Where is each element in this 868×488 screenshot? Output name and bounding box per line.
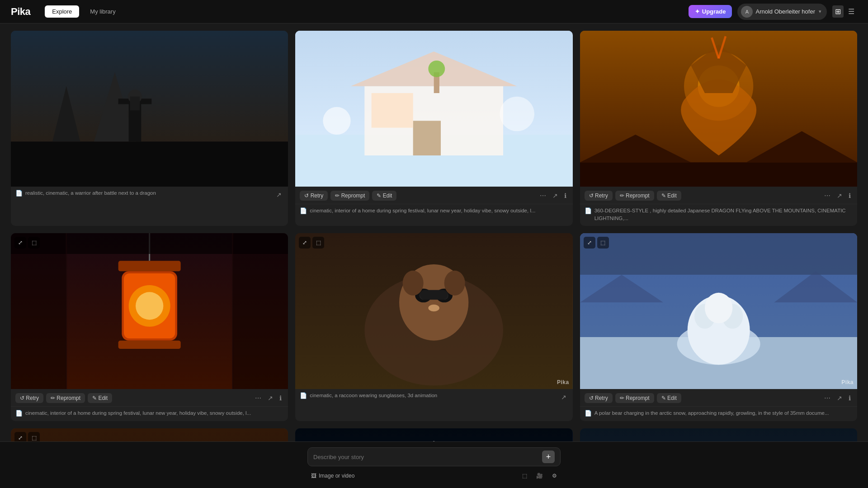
svg-point-48 (403, 271, 424, 296)
media-card-5: ⤢ ⬚ Pika 📄 cinematic, a raccoon wearing … (295, 233, 572, 421)
media-card-9 (580, 428, 857, 443)
svg-rect-12 (413, 121, 441, 155)
card-actions-2: ↺ Retry✏ Reprompt✎ Edit⋯↗ℹ (295, 187, 572, 204)
info-button-3[interactable]: ℹ (847, 190, 853, 201)
reprompt-button-2[interactable]: ✏ Reprompt (330, 191, 369, 201)
card-media-5[interactable]: ⤢ ⬚ Pika (295, 233, 572, 389)
card-media-1[interactable] (11, 31, 288, 187)
more-button-3[interactable]: ⋯ (822, 190, 832, 201)
retry-button-3[interactable]: ↺ Retry (585, 191, 613, 201)
card-media-8[interactable] (295, 428, 572, 443)
upgrade-star-icon: ✦ (695, 8, 700, 15)
edit-button-4[interactable]: ✎ Edit (88, 393, 112, 403)
svg-point-17 (429, 61, 445, 77)
retry-button-2[interactable]: ↺ Retry (300, 191, 328, 201)
svg-point-14 (323, 107, 351, 135)
card-desc-1: 📄 realistic, cinematic, a warrior after … (11, 187, 288, 204)
desc-text-5: cinematic, a raccoon wearing sunglasses,… (310, 392, 437, 399)
card-media-4[interactable]: ⤢ ⬚ (11, 233, 288, 389)
doc-icon-2: 📄 (300, 207, 307, 214)
svg-rect-36 (233, 233, 288, 389)
share-btn-desc-5[interactable]: ↗ (559, 392, 568, 403)
media-overlay-4: ⤢ ⬚ (14, 237, 40, 249)
square-button-6[interactable]: ⬚ (597, 237, 609, 249)
media-overlay-5: ⤢ ⬚ (299, 237, 324, 249)
reprompt-button-6[interactable]: ✏ Reprompt (615, 393, 654, 403)
more-button-4[interactable]: ⋯ (253, 393, 263, 404)
nav-explore[interactable]: Explore (45, 5, 79, 18)
expand-button-4[interactable]: ⤢ (14, 237, 26, 249)
card-media-2[interactable] (295, 31, 572, 187)
svg-rect-34 (118, 341, 181, 349)
more-button-2[interactable]: ⋯ (538, 190, 548, 201)
card-desc-5: 📄 cinematic, a raccoon wearing sunglasse… (295, 389, 572, 406)
expand-button-5[interactable]: ⤢ (299, 237, 311, 249)
doc-icon-4: 📄 (15, 410, 23, 417)
view-toggle: ⊞ ☰ (832, 5, 857, 18)
reprompt-button-4[interactable]: ✏ Reprompt (46, 393, 85, 403)
prompt-add-button[interactable]: + (542, 450, 555, 463)
svg-rect-7 (130, 97, 140, 111)
card-media-3[interactable] (580, 31, 857, 187)
edit-button-6[interactable]: ✎ Edit (657, 393, 681, 403)
nav-buttons: Explore My library (45, 5, 123, 18)
main-content: 📄 realistic, cinematic, a warrior after … (0, 23, 868, 443)
aspect-ratio-button[interactable]: ⬚ (519, 471, 531, 481)
doc-icon-3: 📄 (585, 207, 592, 214)
retry-button-6[interactable]: ↺ Retry (585, 393, 613, 403)
edit-button-2[interactable]: ✎ Edit (372, 191, 396, 201)
list-view-button[interactable]: ☰ (845, 5, 857, 18)
card-desc-6: 📄 A polar bear charging in the arctic sn… (580, 407, 857, 421)
camera-button[interactable]: 🎥 (533, 471, 547, 481)
svg-point-15 (500, 97, 535, 131)
retry-button-4[interactable]: ↺ Retry (15, 393, 43, 403)
nav-my-library[interactable]: My library (83, 5, 123, 18)
card-actions-6: ↺ Retry✏ Reprompt✎ Edit⋯↗ℹ (580, 389, 857, 407)
image-video-button[interactable]: 🖼 Image or video (307, 471, 358, 481)
expand-button-6[interactable]: ⤢ (584, 237, 595, 249)
upgrade-button[interactable]: ✦ Upgrade (689, 5, 732, 18)
watermark-5: Pika (557, 379, 569, 385)
prompt-input[interactable] (313, 454, 542, 460)
card-media-7[interactable]: ⤢ ⬚ (11, 428, 288, 443)
share-button-4[interactable]: ↗ (266, 393, 275, 404)
more-button-6[interactable]: ⋯ (822, 393, 832, 404)
info-button-6[interactable]: ℹ (847, 393, 853, 404)
edit-button-3[interactable]: ✎ Edit (657, 191, 681, 201)
svg-rect-29 (118, 261, 181, 272)
svg-point-50 (429, 305, 440, 311)
media-grid: 📄 realistic, cinematic, a warrior after … (11, 31, 857, 443)
share-btn-desc-1[interactable]: ↗ (274, 189, 283, 200)
toolbar-right: ⬚ 🎥 ⚙ (519, 471, 561, 481)
desc-text-6: A polar bear charging in the arctic snow… (594, 409, 829, 417)
media-card-6: ⤢ ⬚ Pika↺ Retry✏ Reprompt✎ Edit⋯↗ℹ 📄 A p… (580, 233, 857, 421)
reprompt-button-3[interactable]: ✏ Reprompt (615, 191, 654, 201)
card-desc-4: 📄 cinematic, interior of a home during s… (11, 407, 288, 421)
user-menu[interactable]: A Arnold Oberleiter hofer ▾ (737, 4, 827, 20)
media-card-4: ⤢ ⬚ ↺ Retry✏ Reprompt✎ Edit⋯↗ℹ 📄 cinemat… (11, 233, 288, 421)
settings-button[interactable]: ⚙ (548, 471, 561, 481)
media-card-8 (295, 428, 572, 443)
square-button-4[interactable]: ⬚ (28, 237, 40, 249)
card-media-6[interactable]: ⤢ ⬚ Pika (580, 233, 857, 389)
info-button-4[interactable]: ℹ (278, 393, 283, 404)
desc-text-4: cinematic, interior of a home during spr… (25, 409, 251, 417)
media-card-2: ↺ Retry✏ Reprompt✎ Edit⋯↗ℹ 📄 cinematic, … (295, 31, 572, 226)
share-button-2[interactable]: ↗ (551, 190, 560, 201)
attachment-icon: 🖼 (311, 473, 316, 479)
svg-rect-58 (580, 233, 857, 275)
info-button-2[interactable]: ℹ (562, 190, 568, 201)
svg-rect-35 (11, 233, 66, 389)
watermark-6: Pika (841, 379, 854, 385)
share-button-6[interactable]: ↗ (835, 393, 844, 404)
prompt-row: + (307, 447, 561, 466)
share-button-3[interactable]: ↗ (835, 190, 844, 201)
square-button-5[interactable]: ⬚ (312, 237, 324, 249)
svg-point-57 (705, 293, 732, 323)
card-media-9[interactable] (580, 428, 857, 443)
grid-view-button[interactable]: ⊞ (832, 5, 844, 18)
media-card-1: 📄 realistic, cinematic, a warrior after … (11, 31, 288, 226)
toolbar-row: 🖼 Image or video ⬚ 🎥 ⚙ (307, 471, 561, 481)
svg-rect-47 (420, 290, 448, 300)
svg-point-49 (444, 271, 465, 296)
